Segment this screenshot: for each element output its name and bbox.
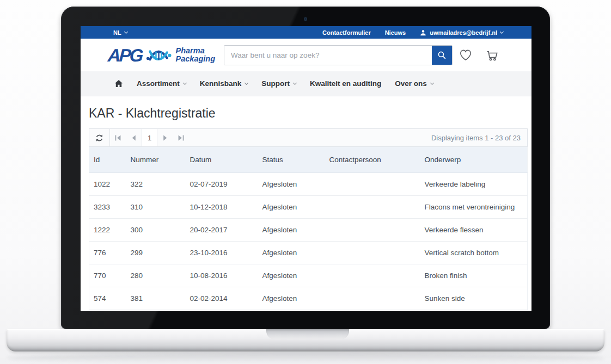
cell-nummer: 280 [126,264,186,287]
laptop-reflection [7,353,604,363]
utility-bar: NL Contactformulier Nieuws uwmailadres@b… [81,26,531,39]
cell-nummer: 300 [126,218,186,241]
cell-onderwerp: Verkeerde flessen [420,218,528,241]
last-page-button[interactable] [173,129,189,146]
brand-wordmark: APG [107,46,143,64]
prev-page-button[interactable] [126,129,142,146]
search-button[interactable] [432,46,452,65]
column-header-id[interactable]: Id [89,147,126,172]
table-row[interactable]: 574 381 02-02-2014 Afgesloten Sunken sid… [89,287,528,310]
wishlist-button[interactable] [458,48,473,62]
home-button[interactable] [114,79,123,88]
cell-contactpersoon [325,241,420,264]
cell-id: 770 [89,264,126,287]
first-page-button[interactable] [110,129,126,146]
next-page-button[interactable] [157,129,173,146]
column-header-status[interactable]: Status [258,147,325,172]
cell-nummer: 310 [126,195,186,218]
refresh-button[interactable] [89,129,110,146]
laptop-lid-notch [266,329,349,340]
laptop-screen: NL Contactformulier Nieuws uwmailadres@b… [81,26,531,311]
dna-logo-icon [146,45,172,65]
complaints-table: Id Nummer Datum Status Contactpersoon On… [89,147,528,310]
cell-status: Afgesloten [258,264,325,287]
cell-datum: 02-02-2014 [186,287,258,310]
laptop-base [7,329,604,351]
nav-item-assortiment[interactable]: Assortiment [137,79,186,88]
table-row[interactable]: 770 280 10-08-2016 Afgesloten Broken fin… [89,264,528,287]
search-icon [437,51,447,60]
laptop-camera [304,17,307,21]
column-header-onderwerp[interactable]: Onderwerp [420,147,528,172]
cell-datum: 23-10-2016 [186,241,258,264]
chevron-down-icon [245,81,248,84]
user-icon [420,29,426,36]
cell-onderwerp: Flacons met verontreiniging [420,195,528,218]
chevron-down-icon [183,81,187,84]
brand-tagline: Pharma Packaging [176,47,216,63]
nav-label: Kwaliteit en auditing [310,79,381,88]
nav-item-kwaliteit-en-auditing[interactable]: Kwaliteit en auditing [310,79,381,88]
current-page-indicator[interactable]: 1 [142,129,157,146]
header-action-icons [458,48,500,63]
cart-button[interactable] [484,48,500,63]
heart-icon [458,48,473,62]
paging-status-text: Displaying items 1 - 23 of 23 [431,134,527,142]
cell-id: 776 [89,241,126,264]
table-row[interactable]: 3233 310 10-12-2018 Afgesloten Flacons m… [89,195,528,218]
nav-item-kennisbank[interactable]: Kennisbank [200,79,248,88]
nav-item-over-ons[interactable]: Over ons [395,79,433,88]
cell-datum: 20-02-2017 [186,218,258,241]
contactformulier-link[interactable]: Contactformulier [322,29,371,36]
cell-contactpersoon [325,264,420,287]
page-title: KAR - Klachtregistratie [89,106,528,121]
user-email: uwmailadres@bedrijf.nl [430,29,497,36]
prev-page-icon [131,135,137,141]
account-menu[interactable]: uwmailadres@bedrijf.nl [420,29,503,36]
column-header-nummer[interactable]: Nummer [126,147,186,172]
home-icon [114,79,123,88]
cell-status: Afgesloten [258,287,325,310]
refresh-icon [95,133,104,143]
cell-datum: 10-08-2016 [186,264,258,287]
cell-onderwerp: Verkeerde labeling [420,172,528,195]
cell-contactpersoon [325,287,420,310]
cell-id: 1022 [89,172,126,195]
table-row[interactable]: 776 299 23-10-2016 Afgesloten Vertical s… [89,241,528,264]
main-nav: Assortiment Kennisbank Support Kwaliteit… [81,71,531,96]
search-bar [224,45,453,65]
grid-toolbar: 1 Displaying items 1 - 23 of 23 [89,128,528,147]
table-row[interactable]: 1022 322 02-07-2019 Afgesloten Verkeerde… [89,172,528,195]
brand-tagline-line2: Packaging [176,55,216,63]
nav-item-support[interactable]: Support [261,79,296,88]
site-header: APG Pharma Packaging [81,39,531,71]
cell-contactpersoon [325,195,420,218]
table-row[interactable]: 1222 300 20-02-2017 Afgesloten Verkeerde… [89,218,528,241]
cell-status: Afgesloten [258,172,325,195]
search-input[interactable] [224,46,432,65]
first-page-icon [115,135,121,141]
language-label: NL [113,29,121,36]
language-selector[interactable]: NL [113,29,127,36]
chevron-down-icon [500,29,504,33]
cell-datum: 10-12-2018 [186,195,258,218]
table-header-row: Id Nummer Datum Status Contactpersoon On… [89,147,528,172]
page-background: NL Contactformulier Nieuws uwmailadres@b… [0,0,611,364]
cell-contactpersoon [325,218,420,241]
site-logo[interactable]: APG Pharma Packaging [108,45,215,65]
cell-onderwerp: Sunken side [420,287,528,310]
nieuws-link[interactable]: Nieuws [385,29,406,36]
cart-icon [484,48,500,63]
cell-onderwerp: Broken finish [420,264,528,287]
brand-tagline-line1: Pharma [176,47,216,55]
cell-status: Afgesloten [258,218,325,241]
chevron-down-icon [430,81,434,84]
nav-label: Over ons [395,79,427,88]
column-header-contactpersoon[interactable]: Contactpersoon [325,147,420,172]
main-content: KAR - Klachtregistratie [81,106,531,310]
utility-links: Contactformulier Nieuws uwmailadres@bedr… [322,29,503,36]
nav-label: Kennisbank [200,79,242,88]
cell-status: Afgesloten [258,241,325,264]
laptop-lid: NL Contactformulier Nieuws uwmailadres@b… [61,7,550,329]
column-header-datum[interactable]: Datum [186,147,258,172]
